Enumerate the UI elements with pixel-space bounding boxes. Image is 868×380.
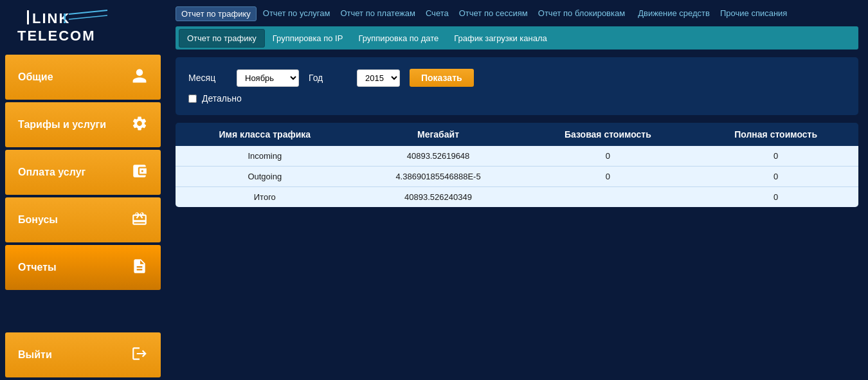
main-content: Отчет по трафику Отчет по услугам Отчет … — [166, 0, 868, 380]
table-header-row: Имя класса трафика Мегабайт Базовая стои… — [176, 123, 858, 146]
detail-checkbox[interactable] — [188, 95, 197, 103]
filter-panel: Месяц Ноябрь Январь Февраль Март Апрель … — [176, 57, 858, 115]
cell-mb: 40893.52619648 — [354, 146, 523, 167]
svg-text:TELECOM: TELECOM — [17, 28, 96, 44]
svg-line-3 — [69, 10, 107, 14]
sidebar-item-logout[interactable]: Выйти — [5, 332, 161, 377]
sidebar-item-payment[interactable]: Оплата услуг — [5, 150, 161, 195]
sub-nav-channel[interactable]: График загрузки канала — [446, 30, 555, 47]
cell-full-cost: 0 — [693, 167, 858, 187]
sidebar-item-label: Оплата услуг — [18, 167, 86, 178]
sidebar-item-tariffs[interactable]: Тарифы и услуги — [5, 102, 161, 147]
table-row: Incoming 40893.52619648 0 0 — [176, 146, 858, 167]
wallet-icon — [131, 163, 148, 182]
sidebar-item-label: Тарифы и услуги — [18, 119, 106, 131]
top-nav: Отчет по трафику Отчет по услугам Отчет … — [176, 6, 858, 21]
year-select[interactable]: 2015 2013 2014 2016 — [357, 69, 400, 87]
sub-nav-traffic[interactable]: Отчет по трафику — [179, 29, 265, 48]
logo-container: LINK TELECOM ! — [0, 0, 166, 55]
cell-base-cost: 0 — [522, 167, 693, 187]
svg-line-4 — [69, 15, 107, 19]
top-nav-movement[interactable]: Движение средств — [634, 6, 714, 21]
sidebar-item-label: Отчеты — [18, 262, 57, 273]
month-select[interactable]: Ноябрь Январь Февраль Март Апрель Май Ию… — [237, 69, 299, 87]
cell-full-cost: 0 — [693, 146, 858, 167]
sidebar-item-bonuses[interactable]: Бонусы — [5, 197, 161, 242]
svg-text:!: ! — [62, 10, 67, 26]
logo-svg: LINK TELECOM ! — [8, 5, 111, 47]
col-header-full: Полная стоимость — [693, 123, 858, 146]
cell-name: Итого — [176, 187, 354, 208]
top-nav-services[interactable]: Отчет по услугам — [259, 6, 334, 21]
logo-block: LINK TELECOM ! — [8, 5, 111, 47]
logout-icon — [131, 345, 148, 365]
checkbox-row: Детально — [188, 93, 845, 104]
sidebar-item-reports[interactable]: Отчеты — [5, 245, 161, 290]
cell-name: Outgoing — [176, 167, 354, 187]
sidebar-item-general[interactable]: Общие — [5, 55, 161, 100]
gift-icon — [131, 210, 148, 230]
month-label: Месяц — [188, 73, 227, 83]
filter-row: Месяц Ноябрь Январь Февраль Март Апрель … — [188, 69, 845, 87]
top-nav-sessions[interactable]: Отчет по сессиям — [455, 6, 532, 21]
gear-icon — [131, 115, 148, 134]
top-nav-accounts[interactable]: Счета — [422, 6, 453, 21]
top-nav-payments[interactable]: Отчет по платежам — [336, 6, 419, 21]
col-header-name: Имя класса трафика — [176, 123, 354, 146]
data-table: Имя класса трафика Мегабайт Базовая стои… — [176, 123, 858, 207]
show-button[interactable]: Показать — [410, 69, 474, 87]
traffic-table: Имя класса трафика Мегабайт Базовая стои… — [176, 123, 858, 207]
cell-full-cost: 0 — [693, 187, 858, 208]
cell-base-cost: 0 — [522, 146, 693, 167]
top-nav-traffic[interactable]: Отчет по трафику — [176, 6, 257, 21]
col-header-base: Базовая стоимость — [522, 123, 693, 146]
cell-mb: 4.38690185546888E-5 — [354, 167, 523, 187]
detail-label: Детально — [202, 93, 242, 104]
table-row: Outgoing 4.38690185546888E-5 0 0 — [176, 167, 858, 187]
sub-nav-group-ip[interactable]: Группировка по IP — [265, 30, 351, 47]
sidebar-item-label: Выйти — [18, 349, 52, 361]
table-row: Итого 40893.526240349 0 — [176, 187, 858, 208]
sub-nav: Отчет по трафику Группировка по IP Групп… — [176, 26, 858, 50]
sidebar-item-label: Общие — [18, 71, 53, 83]
col-header-mb: Мегабайт — [354, 123, 523, 146]
sidebar: LINK TELECOM ! Общие Тарифы и услуги Оп — [0, 0, 166, 380]
cell-mb: 40893.526240349 — [354, 187, 523, 208]
svg-rect-5 — [27, 10, 29, 24]
top-nav-blocks[interactable]: Отчет по блокировкам — [534, 6, 629, 21]
report-icon — [131, 258, 148, 277]
sidebar-item-label: Бонусы — [18, 214, 58, 226]
year-label: Год — [309, 73, 347, 83]
cell-base-cost — [522, 187, 693, 208]
sub-nav-group-date[interactable]: Группировка по дате — [350, 30, 446, 47]
top-nav-other[interactable]: Прочие списания — [716, 6, 791, 21]
cell-name: Incoming — [176, 146, 354, 167]
user-icon — [131, 68, 148, 87]
